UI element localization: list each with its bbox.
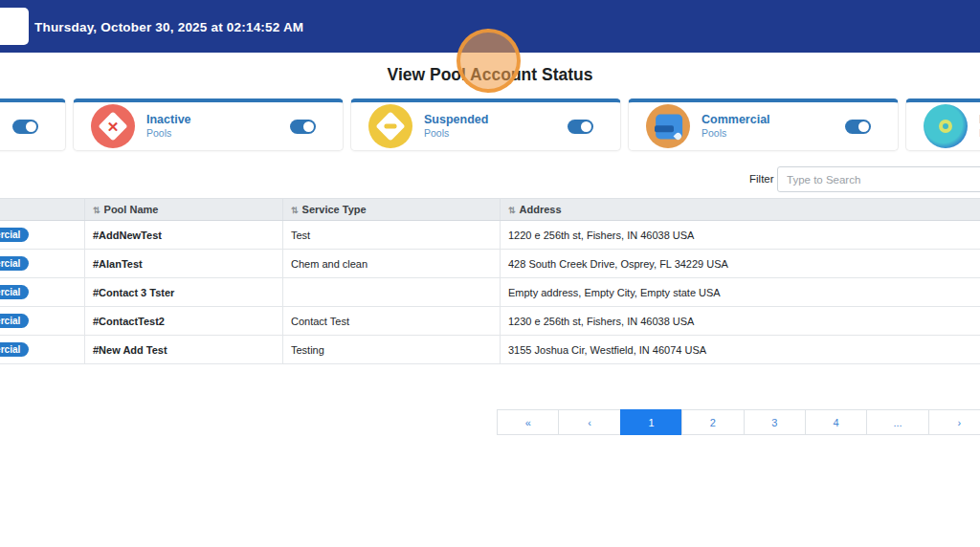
column-header[interactable]: ⇅Type — [0, 199, 85, 221]
pool-filter-toggle[interactable] — [845, 120, 871, 134]
pagination-button[interactable]: ... — [866, 409, 928, 435]
pool-filter-toggle[interactable] — [290, 120, 316, 134]
address-cell: Empty address, Empty City, Empty state U… — [501, 278, 980, 307]
pool-status-icon — [924, 104, 968, 148]
page-title: View Pool Account Status — [0, 65, 980, 85]
pagination-button[interactable]: 1 — [620, 409, 682, 435]
pool-status-cards: ✕ Inactive Pools Suspended Pools — [0, 98, 980, 151]
current-datetime: Thursday, October 30, 2025 at 02:14:52 A… — [34, 19, 303, 33]
top-navbar: Thursday, October 30, 2025 at 02:14:52 A… — [0, 0, 980, 53]
pool-name-link[interactable]: #AddNewTest — [85, 221, 283, 250]
card-title: Suspended — [424, 113, 568, 128]
pagination-button[interactable]: 4 — [805, 409, 867, 435]
address-cell: 428 South Creek Drive, Osprey, FL 34229 … — [501, 250, 980, 278]
pagination-button[interactable]: › — [928, 409, 980, 435]
address-cell: 3155 Joshua Cir, Westfield, IN 46074 USA — [501, 336, 980, 364]
pagination-button[interactable]: 2 — [681, 409, 744, 435]
type-badge: Commercial — [0, 285, 29, 299]
filter-label: Filter — [749, 173, 774, 185]
type-badge: Commercial — [0, 342, 29, 357]
card-subtitle: Pools — [424, 127, 568, 140]
type-badge: Commercial — [0, 228, 29, 242]
service-type-cell: Contact Test — [283, 307, 501, 336]
pool-status-icon: ✕ — [91, 104, 135, 148]
pagination: « ‹ 1 2 3 4 ... › — [498, 409, 980, 435]
pagination-button[interactable]: 3 — [744, 409, 806, 435]
pool-name-link[interactable]: #ContactTest2 — [85, 307, 283, 336]
sidebar-toggle-button[interactable] — [0, 8, 29, 45]
column-header[interactable]: ⇅Pool Name — [85, 199, 283, 221]
pool-status-icon — [368, 104, 412, 148]
pool-accounts-table: ⇅Type ⇅Pool Name ⇅Service Type ⇅Address … — [0, 198, 980, 364]
pool-filter-toggle[interactable] — [568, 120, 593, 134]
service-type-cell: Chem and clean — [283, 250, 501, 278]
pool-name-link[interactable]: #Contact 3 Tster — [85, 278, 283, 307]
column-header[interactable]: ⇅Service Type — [283, 199, 501, 221]
pool-filter-toggle[interactable] — [12, 120, 38, 134]
sort-icon[interactable]: ⇅ — [508, 206, 516, 215]
card-title: Commercial — [702, 113, 845, 128]
table-header-row: ⇅Type ⇅Pool Name ⇅Service Type ⇅Address — [0, 199, 980, 221]
table-row[interactable]: Commercial #ContactTest2 Contact Test 12… — [0, 307, 980, 336]
table-row[interactable]: Commercial #Contact 3 Tster Empty addres… — [0, 278, 980, 307]
pool-name-link[interactable]: #New Add Test — [85, 336, 283, 364]
pool-name-link[interactable]: #AlanTest — [85, 250, 283, 278]
pool-status-card[interactable] — [0, 98, 66, 151]
service-type-cell: Testing — [283, 336, 501, 364]
column-header[interactable]: ⇅Address — [501, 199, 980, 221]
table-row[interactable]: Commercial #AddNewTest Test 1220 e 256th… — [0, 221, 980, 250]
table-body: Commercial #AddNewTest Test 1220 e 256th… — [0, 221, 980, 364]
sort-icon[interactable]: ⇅ — [93, 206, 100, 215]
table-row[interactable]: Commercial #AlanTest Chem and clean 428 … — [0, 250, 980, 278]
address-cell: 1220 e 256th st, Fishers, IN 46038 USA — [501, 221, 980, 250]
pool-status-card[interactable]: Commercial Pools — [628, 98, 899, 151]
card-title: Inactive — [146, 113, 290, 128]
card-subtitle: Pools — [702, 127, 845, 140]
pool-status-card[interactable]: ✕ Inactive Pools — [73, 98, 344, 151]
card-subtitle: Pools — [146, 127, 290, 140]
address-cell: 1230 e 256th st, Fishers, IN 46038 USA — [501, 307, 980, 336]
pool-status-card[interactable]: Suspended Pools — [350, 98, 621, 151]
pool-status-card[interactable]: R Po — [905, 98, 980, 151]
type-badge: Commercial — [0, 314, 29, 328]
pool-status-icon — [646, 104, 690, 148]
sort-icon[interactable]: ⇅ — [291, 206, 299, 215]
type-badge: Commercial — [0, 256, 29, 271]
service-type-cell — [283, 278, 501, 307]
filter-search-input[interactable] — [777, 166, 980, 192]
pagination-button[interactable]: ‹ — [558, 409, 620, 435]
pagination-button[interactable]: « — [497, 409, 559, 435]
table-row[interactable]: Commercial #New Add Test Testing 3155 Jo… — [0, 336, 980, 364]
service-type-cell: Test — [283, 221, 501, 250]
